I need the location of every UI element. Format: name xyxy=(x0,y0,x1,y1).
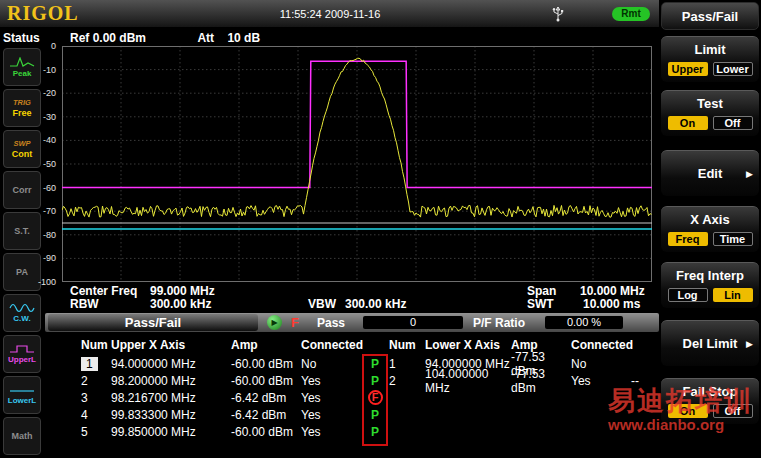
frequency-readout-row: Center Freq 99.000 MHz Span 10.000 MHz xyxy=(45,284,659,297)
x-axis-freq-option[interactable]: Freq xyxy=(668,232,708,246)
limit-lower-option[interactable]: Lower xyxy=(713,62,753,76)
play-icon[interactable]: ▶ xyxy=(267,315,282,330)
col-amp-upper: Amp xyxy=(231,338,301,352)
clock-timestamp: 11:55:24 2009-11-16 xyxy=(230,8,430,20)
test-off-option[interactable]: Off xyxy=(713,116,753,130)
selected-row-num: 1 xyxy=(81,357,98,371)
status-cw-signal-icon: C.W. xyxy=(3,294,41,332)
y-axis-tick-label: -20 xyxy=(30,88,56,98)
submenu-arrow-icon: ▶ xyxy=(746,169,753,179)
freq-interp-lin-option[interactable]: Lin xyxy=(713,288,753,302)
col-num-lower: Num xyxy=(389,338,425,352)
center-freq-value: 99.000 MHz xyxy=(150,284,215,298)
pf-ratio-label: P/F Ratio xyxy=(473,316,525,330)
status-lower-limit-icon: LowerL xyxy=(3,376,41,414)
swt-label: SWT xyxy=(527,297,554,311)
edit-button[interactable]: Edit ▶ xyxy=(661,150,759,196)
limit-edit-table: Num Upper X Axis Amp Connected Num Lower… xyxy=(45,335,659,440)
y-axis-tick-label: -80 xyxy=(30,230,56,240)
analyzer-screen: RIGOL 11:55:24 2009-11-16 Rmt Status Pea… xyxy=(0,0,761,458)
y-axis-tick-label: -40 xyxy=(30,135,56,145)
spectrum-plot xyxy=(62,46,652,282)
menu-title: Pass/Fail xyxy=(661,2,759,30)
span-value: 10.000 MHz xyxy=(580,284,645,298)
y-axis-tick-label: -90 xyxy=(30,253,56,263)
usb-icon xyxy=(552,5,564,22)
table-row[interactable]: 5 99.850000 MHz -60.00 dBm Yes P xyxy=(45,423,659,440)
limit-button[interactable]: Limit Upper Lower xyxy=(661,36,759,82)
fail-flag: F xyxy=(291,315,299,330)
fail-stop-on-option[interactable]: On xyxy=(668,404,708,418)
vbw-label: VBW xyxy=(308,297,336,311)
freq-interp-button[interactable]: Freq Interp Log Lin xyxy=(661,262,759,308)
y-axis-tick-label: -70 xyxy=(30,206,56,216)
limit-upper-option[interactable]: Upper xyxy=(668,62,708,76)
remote-mode-badge: Rmt xyxy=(612,7,650,21)
reference-level-readout: Ref 0.00 dBm xyxy=(70,31,146,47)
pass-count-value: 0 xyxy=(363,316,463,329)
rbw-value: 300.00 kHz xyxy=(150,297,211,311)
status-upper-limit-icon: UpperL xyxy=(3,335,41,373)
submenu-arrow-icon: ▶ xyxy=(746,339,753,349)
table-row[interactable]: 2 98.200000 MHz -60.00 dBm Yes P 2 104.0… xyxy=(45,372,659,389)
test-on-option[interactable]: On xyxy=(668,116,708,130)
attenuation-value: 10 dB xyxy=(227,31,260,45)
y-axis-tick-label: -50 xyxy=(30,159,56,169)
fail-stop-button[interactable]: Fail Stop On Off xyxy=(661,378,759,424)
y-axis-tick-label: -30 xyxy=(30,112,56,122)
passfail-status-bar: Pass/Fail ▶ F Pass 0 P/F Ratio 0.00 % xyxy=(45,313,659,332)
del-limit-button[interactable]: Del Limit ▶ xyxy=(661,320,759,366)
col-lower-x-axis: Lower X Axis xyxy=(425,338,511,352)
test-button[interactable]: Test On Off xyxy=(661,90,759,136)
y-axis-tick-label: 0 xyxy=(30,41,56,51)
rbw-label: RBW xyxy=(70,297,99,311)
y-axis-tick-label: -60 xyxy=(30,183,56,193)
sine-wave-icon xyxy=(9,303,35,313)
table-row[interactable]: 4 99.833300 MHz -6.42 dBm Yes P xyxy=(45,406,659,423)
col-connected-lower: Connected xyxy=(571,338,631,352)
col-connected-upper: Connected xyxy=(301,338,361,352)
y-axis-tick-labels: 0-10-20-30-40-50-60-70-80-90-100 xyxy=(32,46,58,282)
pf-ratio-value: 0.00 % xyxy=(545,316,623,329)
upper-limit-step-icon xyxy=(9,344,35,354)
attenuation-label: Att xyxy=(197,31,214,45)
rigol-logo: RIGOL xyxy=(7,2,79,25)
softkey-menu: Pass/Fail Limit Upper Lower Test On Off … xyxy=(659,0,761,458)
vbw-value: 300.00 kHz xyxy=(345,297,406,311)
trace-settings-header: Ref 0.00 dBm Att 10 dB xyxy=(70,31,260,45)
col-upper-x-axis: Upper X Axis xyxy=(111,338,231,352)
x-axis-button[interactable]: X Axis Freq Time xyxy=(661,206,759,252)
status-math-icon: Math xyxy=(3,417,41,455)
passfail-bar-title: Pass/Fail xyxy=(48,314,258,331)
span-label: Span xyxy=(527,284,556,298)
center-freq-label: Center Freq xyxy=(70,284,137,298)
lower-limit-line-icon xyxy=(9,385,35,395)
fail-stop-off-option[interactable]: Off xyxy=(713,404,753,418)
pass-count-label: Pass xyxy=(317,316,345,330)
col-num-upper: Num xyxy=(81,338,111,352)
y-axis-tick-label: -10 xyxy=(30,65,56,75)
passfail-result-frame xyxy=(362,354,388,446)
freq-interp-log-option[interactable]: Log xyxy=(668,288,708,302)
bandwidth-readout-row: RBW 300.00 kHz VBW 300.00 kHz SWT 10.000… xyxy=(45,297,659,310)
x-axis-time-option[interactable]: Time xyxy=(713,232,753,246)
top-bar: RIGOL 11:55:24 2009-11-16 Rmt xyxy=(0,0,659,28)
swt-value: 10.000 ms xyxy=(583,297,640,311)
